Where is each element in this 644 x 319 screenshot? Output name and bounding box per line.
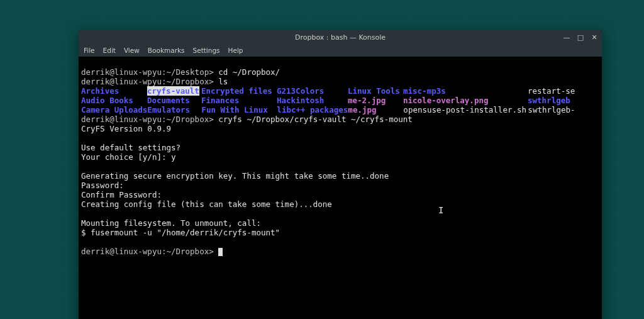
dir-entry: G213Colors: [277, 86, 348, 96]
ls-row: Archivescryfs-vaultEncrypted filesG213Co…: [81, 86, 599, 96]
dir-entry: Finances: [201, 96, 277, 105]
prompt: derrik@linux-wpyu:~/Dropbox>: [81, 247, 214, 256]
dir-entry: libc++ packages: [277, 105, 348, 115]
file-entry: swthrlgeb-: [528, 105, 575, 115]
dir-entry: Encrypted files: [201, 86, 277, 96]
dir-entry-selected: cryfs-vault: [147, 86, 199, 96]
menu-settings[interactable]: Settings: [193, 47, 220, 54]
menu-help[interactable]: Help: [228, 47, 243, 54]
konsole-window: Dropbox : bash — Konsole — □ ✕ File Edit…: [79, 30, 602, 319]
menu-edit[interactable]: Edit: [103, 47, 116, 54]
output-line: CryFS Version 0.9.9: [81, 124, 171, 133]
output-line: Mounting filesystem. To unmount, call:: [81, 218, 261, 228]
dir-entry: Archives: [81, 86, 147, 96]
image-entry: nicole-overlay.png: [403, 96, 528, 105]
image-entry: me-2.jpg: [348, 96, 403, 105]
output-line: Your choice [y/n]: y: [81, 152, 176, 162]
dir-entry: Documents: [147, 96, 201, 105]
output-line: Use default settings?: [81, 143, 180, 152]
prompt: derrik@linux-wpyu:~/Desktop>: [81, 67, 214, 77]
file-entry: restart-se: [528, 86, 575, 96]
window-title: Dropbox : bash — Konsole: [295, 33, 386, 42]
prompt: derrik@linux-wpyu:~/Dropbox>: [81, 115, 214, 124]
dir-entry: Hackintosh: [277, 96, 348, 105]
command: cd ~/Dropbox/: [214, 67, 280, 77]
ls-row: Audio BooksDocumentsFinancesHackintoshme…: [81, 96, 599, 105]
dir-entry: Audio Books: [81, 96, 147, 105]
command: ls: [214, 77, 228, 86]
dir-entry: misc-mp3s: [403, 86, 528, 96]
dir-entry: swthrlgeb: [528, 96, 570, 105]
ls-row: Camera UploadsEmulatorsFun With Linuxlib…: [81, 105, 599, 115]
image-entry: me.jpg: [348, 105, 403, 115]
window-titlebar[interactable]: Dropbox : bash — Konsole — □ ✕: [79, 30, 602, 44]
output-line: Confirm Password:: [81, 190, 166, 199]
dir-entry: Emulators: [147, 105, 201, 115]
menu-file[interactable]: File: [84, 47, 95, 54]
terminal-area[interactable]: derrik@linux-wpyu:~/Desktop> cd ~/Dropbo…: [79, 57, 602, 319]
menu-view[interactable]: View: [124, 47, 140, 54]
dir-entry: Camera Uploads: [81, 105, 147, 115]
command: cryfs ~/Dropbox/cryfs-vault ~/cryfs-moun…: [214, 115, 413, 124]
menu-bookmarks[interactable]: Bookmarks: [148, 47, 185, 54]
menubar: File Edit View Bookmarks Settings Help: [79, 44, 602, 57]
dir-entry: Fun With Linux: [201, 105, 277, 115]
text-cursor-icon: I: [438, 206, 443, 215]
close-button[interactable]: ✕: [591, 33, 598, 42]
output-line: Password:: [81, 181, 128, 190]
dir-entry: Linux Tools: [348, 86, 403, 96]
window-controls: — □ ✕: [563, 30, 598, 44]
minimize-button[interactable]: —: [563, 33, 570, 42]
output-line: Creating config file (this can take some…: [81, 199, 332, 209]
output-line: Generating secure encryption key. This m…: [81, 171, 389, 181]
file-entry: opensuse-post-installer.sh: [403, 105, 528, 115]
prompt: derrik@linux-wpyu:~/Dropbox>: [81, 77, 214, 86]
output-line: $ fusermount -u "/home/derrik/cryfs-moun…: [81, 228, 280, 237]
terminal-cursor: [218, 248, 223, 256]
maximize-button[interactable]: □: [577, 33, 584, 42]
